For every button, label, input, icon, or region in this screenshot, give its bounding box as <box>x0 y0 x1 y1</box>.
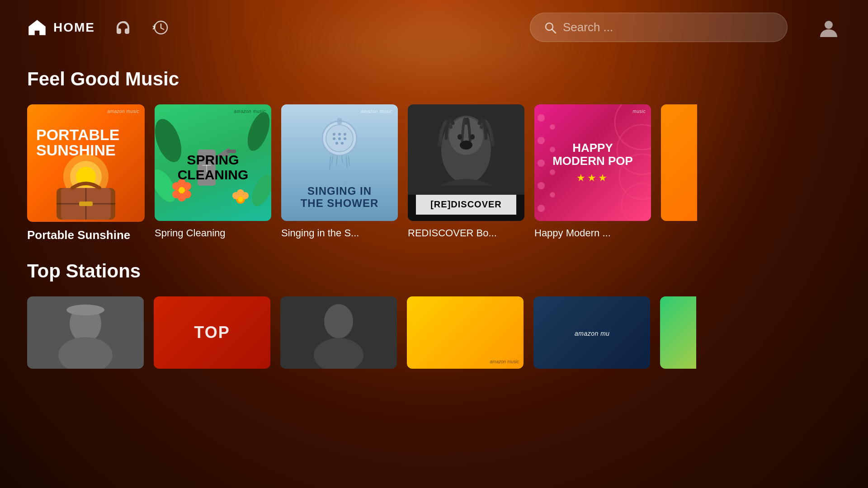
card-singing-shower-image: amazon music <box>281 104 398 221</box>
rediscover-svg: [RE]DISCOVER <box>408 104 524 221</box>
card-rediscover[interactable]: amazon music <box>408 104 524 242</box>
svg-line-46 <box>342 156 343 163</box>
top-stations-section: Top Stations TOP <box>0 242 868 369</box>
svg-point-38 <box>333 137 335 140</box>
card-rediscover-image: amazon music <box>408 104 524 221</box>
station-top-label: TOP <box>194 323 230 342</box>
card-label-spring: Spring Cleaning <box>155 227 271 239</box>
shower-svg <box>317 118 362 177</box>
svg-rect-43 <box>337 118 342 124</box>
search-input[interactable] <box>563 20 774 34</box>
svg-line-45 <box>336 156 337 165</box>
card-label-rediscover: REDISCOVER Bo... <box>408 227 524 239</box>
user-profile-icon[interactable] <box>816 15 841 40</box>
svg-point-36 <box>338 133 341 136</box>
rediscover-person: [RE]DISCOVER <box>408 104 524 221</box>
history-icon <box>151 18 171 38</box>
card-spring-cleaning-image: amazon music <box>155 104 271 221</box>
svg-point-40 <box>344 137 346 140</box>
svg-point-42 <box>341 142 344 145</box>
station-card-1[interactable] <box>27 296 144 369</box>
nav-history[interactable] <box>151 18 171 38</box>
card-badge-shower: amazon music <box>361 109 392 114</box>
shower-head-art <box>317 118 362 177</box>
svg-line-49 <box>349 156 349 165</box>
card-label-happy: Happy Modern ... <box>534 227 651 239</box>
svg-point-75 <box>66 305 104 315</box>
svg-point-63 <box>538 114 545 122</box>
card-feel-good-partial[interactable]: FEEL-COU <box>661 104 697 242</box>
svg-line-47 <box>346 156 347 168</box>
svg-text:amazon music: amazon music <box>575 330 610 337</box>
svg-point-65 <box>538 137 545 144</box>
nav-headphones[interactable] <box>113 18 133 38</box>
svg-point-62 <box>622 183 651 221</box>
card-title-spring: SPRINGCLEANING <box>178 152 249 182</box>
feel-good-music-title: Feel Good Music <box>27 68 841 90</box>
card-happy-modern-pop[interactable]: music <box>534 104 651 242</box>
svg-point-35 <box>333 133 335 136</box>
svg-text:[RE]DISCOVER: [RE]DISCOVER <box>430 199 502 209</box>
card-singing-shower[interactable]: amazon music <box>281 104 398 242</box>
top-stations-cards: TOP amazon music <box>27 296 841 369</box>
station-5-image: amazon music <box>533 296 650 369</box>
home-label: HOME <box>53 20 95 35</box>
card-stars-happy: ★★★ <box>576 172 609 184</box>
svg-point-71 <box>538 205 545 212</box>
svg-point-54 <box>470 134 475 140</box>
search-icon <box>544 21 557 34</box>
svg-point-39 <box>338 137 341 140</box>
card-title-feel-good: FEEL-COU <box>695 143 697 182</box>
home-icon <box>27 18 47 38</box>
svg-point-70 <box>550 192 555 197</box>
svg-line-48 <box>330 156 330 170</box>
station-card-5[interactable]: amazon music <box>533 296 650 369</box>
station-4-badge: amazon music <box>490 359 519 364</box>
card-feel-good-image: FEEL-COU <box>661 104 697 221</box>
svg-point-24 <box>178 193 186 202</box>
station-card-3[interactable] <box>280 296 397 369</box>
svg-point-68 <box>550 169 555 175</box>
svg-point-15 <box>248 171 271 209</box>
svg-point-25 <box>179 187 185 193</box>
station-card-top[interactable]: TOP <box>154 296 270 369</box>
station-1-image <box>27 296 144 369</box>
card-title-shower: SINGING INTHE SHOWER <box>281 185 398 209</box>
station-3-svg <box>280 296 397 369</box>
top-stations-title: Top Stations <box>27 260 841 282</box>
feel-good-music-cards: amazon music PORTABLESUNSHINE <box>27 104 841 242</box>
headphones-icon <box>113 18 133 38</box>
svg-point-69 <box>538 182 545 189</box>
station-top-image: TOP <box>154 296 270 369</box>
nav-home[interactable]: HOME <box>27 18 95 38</box>
svg-rect-11 <box>79 202 93 206</box>
svg-point-55 <box>460 141 472 150</box>
station-6-image <box>660 296 696 369</box>
svg-line-44 <box>332 156 333 163</box>
amazon-music-logo-svg: amazon music <box>574 326 610 339</box>
search-bar[interactable] <box>530 13 788 42</box>
card-spring-cleaning[interactable]: amazon music <box>155 104 271 242</box>
svg-point-37 <box>344 133 346 136</box>
card-title-happy: HAPPYMODERN POP <box>552 141 633 167</box>
feel-good-music-section: Feel Good Music amazon music PORTABLESUN… <box>0 55 868 242</box>
svg-point-13 <box>243 109 271 154</box>
card-badge-portable: amazon music <box>108 109 139 114</box>
svg-point-77 <box>324 304 353 338</box>
card-portable-sunshine-image: amazon music PORTABLESUNSHINE <box>27 104 145 222</box>
svg-point-30 <box>238 197 243 202</box>
station-card-4[interactable]: amazon music <box>407 296 524 369</box>
station-4-image: amazon music <box>407 296 524 369</box>
station-1-svg <box>27 296 144 369</box>
header: HOME <box>0 0 868 55</box>
card-portable-sunshine[interactable]: amazon music PORTABLESUNSHINE <box>27 104 145 242</box>
sunshine-art-svg <box>27 150 145 222</box>
svg-line-2 <box>552 29 556 33</box>
svg-point-67 <box>538 160 545 167</box>
svg-point-41 <box>335 142 338 145</box>
card-label-shower: Singing in the S... <box>281 227 398 239</box>
station-3-image <box>280 296 397 369</box>
svg-point-53 <box>458 134 462 140</box>
card-happy-pop-image: music <box>534 104 651 221</box>
station-card-6[interactable] <box>660 296 696 369</box>
